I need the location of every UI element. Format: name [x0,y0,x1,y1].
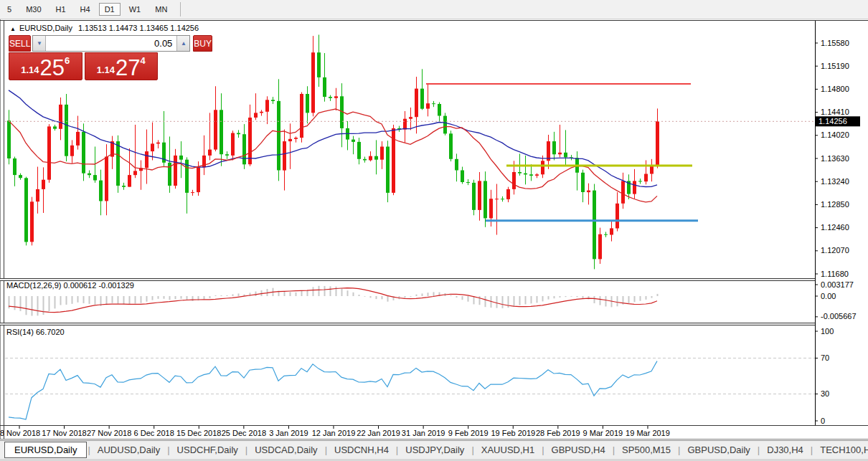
svg-text:1.15190: 1.15190 [821,62,849,70]
chart-symbol-header: ▲EURUSD,Daily1.13513 1.14473 1.13465 1.1… [10,24,199,32]
svg-text:12 Jan 2019: 12 Jan 2019 [312,429,356,437]
sell-price-prefix: 1.14 [21,65,39,75]
macd-indicator-label: MACD(12,26,9) 0.000612 -0.001329 [6,281,134,290]
tab-usdcnh-h4[interactable]: USDCNH,H4 [328,442,395,457]
timeframe-button-h4[interactable]: H4 [75,3,96,16]
buy-price-main: 27 [115,58,140,77]
tab-sp500-m15[interactable]: SP500,M15 [615,442,677,457]
buy-price-pipette: 4 [141,56,146,65]
svg-text:3 Jan 2019: 3 Jan 2019 [269,429,308,437]
timeframe-button-mn[interactable]: MN [149,3,173,16]
lot-decrease-button[interactable]: ▼ [33,36,46,51]
tab-divider: | [245,445,247,455]
svg-text:31 Jan 2019: 31 Jan 2019 [402,429,445,437]
svg-text:1.15580: 1.15580 [821,39,849,47]
tab-divider: | [613,445,615,455]
tab-dj30-h4[interactable]: DJ30,H4 [760,442,810,457]
svg-text:1.14800: 1.14800 [821,85,849,93]
chart-tabs-bar: EURUSD,Daily|AUDUSD,Daily|USDCHF,Daily|U… [0,440,868,459]
tab-gbpusd-daily[interactable]: GBPUSD,Daily [681,442,756,457]
svg-text:19 Mar 2019: 19 Mar 2019 [626,429,670,437]
svg-text:28 Feb 2019: 28 Feb 2019 [536,429,580,437]
chart-title: EURUSD,Daily [19,24,72,32]
svg-text:8 Nov 2018: 8 Nov 2018 [0,429,40,437]
lot-size-input[interactable] [46,36,176,51]
tab-audusd-daily[interactable]: AUDUSD,Daily [91,442,166,457]
svg-text:1.14256: 1.14256 [819,117,847,125]
tab-divider: | [396,445,398,455]
svg-text:100: 100 [821,327,834,336]
tab-tech100-h1[interactable]: TECH100,H1 [813,442,868,457]
tab-divider: | [758,445,760,455]
tab-eurusd-daily[interactable]: EURUSD,Daily [4,442,87,458]
tab-usdjpy-daily[interactable]: USDJPY,Daily [399,442,471,457]
svg-text:19 Feb 2019: 19 Feb 2019 [491,429,535,437]
timeframe-button-h1[interactable]: H1 [50,3,72,16]
svg-text:30: 30 [821,389,829,398]
svg-text:0.00: 0.00 [821,292,836,300]
svg-text:27 Nov 2018: 27 Nov 2018 [87,429,131,437]
lot-size-spinner: ▼ ▲ [32,35,190,52]
tab-divider: | [811,445,813,455]
sell-price-pipette: 6 [65,56,70,65]
svg-text:1.14410: 1.14410 [821,108,849,116]
svg-text:15 Dec 2018: 15 Dec 2018 [176,429,221,437]
svg-text:0: 0 [821,417,825,425]
chart-window[interactable]: 1.155801.151901.148001.144101.140201.136… [0,19,868,439]
svg-text:1.12070: 1.12070 [821,246,849,255]
svg-text:70: 70 [821,353,829,362]
svg-text:25 Dec 2018: 25 Dec 2018 [222,429,266,437]
chart-canvas[interactable]: 1.155801.151901.148001.144101.140201.136… [0,19,868,439]
sell-price-button[interactable]: 1.14 25 6 [9,52,82,80]
tab-divider: | [471,445,473,455]
svg-text:1.14020: 1.14020 [821,130,849,139]
one-click-trade-panel: SELL ▼ ▲ BUY 1.14 25 6 1.14 27 4 [9,35,158,80]
chevron-up-icon: ▲ [181,40,187,47]
chevron-down-icon: ▼ [37,40,42,47]
svg-text:1.12850: 1.12850 [821,200,849,209]
svg-text:6 Dec 2018: 6 Dec 2018 [134,429,174,437]
tab-usdchf-daily[interactable]: USDCHF,Daily [171,442,245,457]
tab-divider: | [678,445,680,455]
timeframe-button-d1[interactable]: D1 [99,3,121,16]
sell-button[interactable]: SELL [9,35,31,52]
tab-xauusd-h1[interactable]: XAUUSD,H1 [475,442,541,457]
timeframe-toolbar: 5M30H1H4D1W1MN [0,0,868,19]
sell-price-main: 25 [40,58,65,77]
svg-text:0.003177: 0.003177 [821,280,854,289]
svg-text:9 Mar 2019: 9 Mar 2019 [583,429,623,437]
svg-text:1.12460: 1.12460 [821,223,849,232]
ohlc-values: 1.13513 1.14473 1.13465 1.14256 [78,24,199,32]
chart-background [0,19,868,439]
tab-divider: | [542,445,544,455]
buy-price-button[interactable]: 1.14 27 4 [85,52,159,80]
timeframe-button-m30[interactable]: M30 [20,3,47,16]
svg-text:17 Nov 2018: 17 Nov 2018 [42,429,86,437]
timeframe-button-5[interactable]: 5 [1,3,17,16]
tab-gbpusd-h4[interactable]: GBPUSD,H4 [545,442,612,457]
rsi-indicator-label: RSI(14) 66.7020 [6,328,65,336]
svg-text:-0.005667: -0.005667 [821,312,857,320]
tab-divider: | [325,445,327,455]
tab-divider: | [88,445,90,455]
svg-text:22 Jan 2019: 22 Jan 2019 [357,429,400,437]
tab-usdcad-daily[interactable]: USDCAD,Daily [248,442,324,457]
tab-divider: | [167,445,169,455]
buy-button[interactable]: BUY [193,35,212,52]
collapse-arrow-icon[interactable]: ▲ [10,26,16,32]
lot-increase-button[interactable]: ▲ [176,36,189,51]
buy-price-prefix: 1.14 [97,65,115,75]
svg-text:1.13630: 1.13630 [821,154,849,163]
toolbar-separator [180,2,181,16]
svg-text:9 Feb 2019: 9 Feb 2019 [448,429,489,437]
timeframe-button-w1[interactable]: W1 [123,3,147,16]
svg-text:1.13240: 1.13240 [821,177,849,186]
svg-text:1.11680: 1.11680 [821,270,849,278]
